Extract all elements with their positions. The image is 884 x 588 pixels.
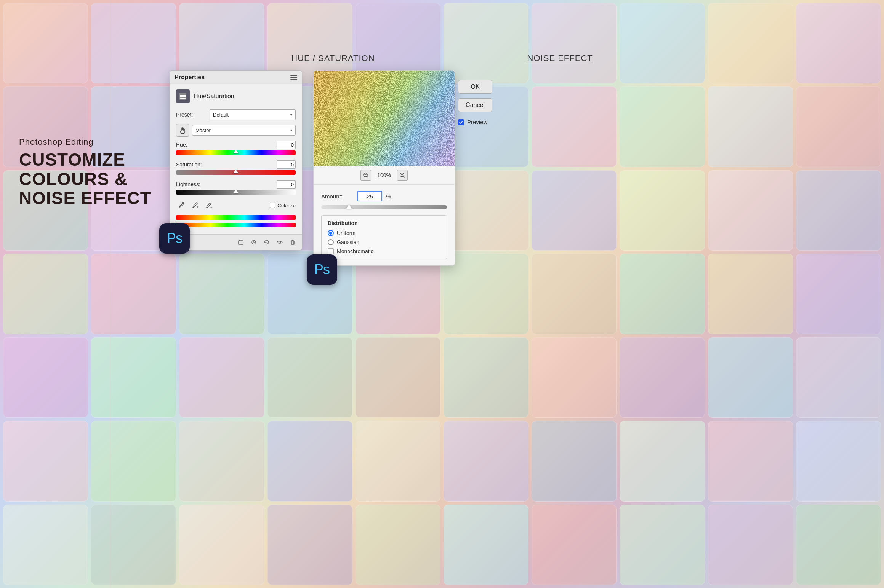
tile <box>796 170 881 251</box>
ps-badge-text-left: Ps <box>167 230 182 246</box>
hue-value[interactable]: 0 <box>277 141 296 149</box>
panel-menu-button[interactable] <box>290 75 297 80</box>
panel-header-label: Hue/Saturation <box>194 93 234 100</box>
tile <box>620 337 705 418</box>
zoom-out-button[interactable] <box>360 170 371 181</box>
ok-button[interactable]: OK <box>458 80 492 94</box>
saturation-track[interactable] <box>176 170 296 175</box>
noise-preview-image <box>314 71 455 166</box>
photoshop-badge-right: Ps <box>307 254 337 285</box>
tile <box>532 421 617 501</box>
amount-row: Amount: 25 % <box>321 191 447 201</box>
channel-value: Master <box>195 128 211 133</box>
reset-icon[interactable] <box>262 238 271 247</box>
tile <box>708 3 793 83</box>
gaussian-radio[interactable] <box>328 239 334 245</box>
tile <box>3 254 88 334</box>
preview-row: Preview <box>458 119 492 125</box>
eye-visibility-icon[interactable] <box>275 238 284 247</box>
distribution-section: Distribution Uniform Gaussian Monochroma… <box>321 215 447 259</box>
tile <box>620 421 705 501</box>
main-title: CUSTOMIZE COLOURS & NOISE EFFECT <box>19 150 151 208</box>
eyedropper-row: + − Colorize <box>176 200 296 211</box>
tile <box>356 337 440 418</box>
monochromatic-checkbox[interactable] <box>328 248 334 254</box>
eyedropper-button[interactable] <box>176 200 187 211</box>
tile <box>620 3 705 83</box>
hue-header: Hue: 0 <box>176 141 296 149</box>
amount-input[interactable]: 25 <box>357 191 382 201</box>
channel-select[interactable]: Master ▾ <box>192 125 296 136</box>
tile <box>3 421 88 501</box>
saturation-thumb[interactable] <box>233 169 239 176</box>
uniform-radio-row: Uniform <box>328 230 440 236</box>
output-color-bar <box>176 223 296 227</box>
tile <box>267 421 352 501</box>
title-line3: NOISE EFFECT <box>19 189 151 208</box>
noise-amount-slider[interactable] <box>321 205 447 209</box>
left-text-area: Photoshop Editing CUSTOMIZE COLOURS & NO… <box>19 137 151 208</box>
noise-canvas <box>314 71 455 166</box>
hand-tool-icon[interactable] <box>176 124 189 137</box>
gaussian-radio-row: Gaussian <box>328 239 440 245</box>
eyedropper-add-button[interactable]: + <box>190 200 200 211</box>
hue-track[interactable] <box>176 150 296 155</box>
panel-body: Hue/Saturation Preset: Default ▾ Master … <box>170 84 302 234</box>
uniform-label: Uniform <box>337 230 356 236</box>
noise-slider-thumb[interactable] <box>346 204 352 210</box>
tile <box>3 3 88 83</box>
hue-thumb[interactable] <box>233 150 239 156</box>
adjustment-layer-icon <box>176 89 190 103</box>
svg-rect-2 <box>180 96 186 97</box>
tile <box>796 86 881 167</box>
uniform-radio[interactable] <box>328 230 334 236</box>
tile <box>444 337 528 418</box>
tile <box>708 337 793 418</box>
tile <box>444 421 528 501</box>
preset-label: Preset: <box>176 112 207 118</box>
tile <box>532 337 617 418</box>
zoom-in-button[interactable] <box>397 170 408 181</box>
tile <box>620 170 705 251</box>
tile <box>620 505 705 585</box>
noise-action-buttons: OK Cancel Preview <box>458 80 492 125</box>
colorize-label: Colorize <box>277 203 296 208</box>
photoshop-badge-left: Ps <box>159 223 190 254</box>
tile <box>620 254 705 334</box>
tile <box>532 254 617 334</box>
tile <box>356 421 440 501</box>
chevron-down-icon: ▾ <box>290 113 292 117</box>
eyedropper-subtract-button[interactable]: − <box>203 200 214 211</box>
tile <box>179 254 264 334</box>
amount-unit: % <box>386 193 391 200</box>
svg-rect-3 <box>180 98 186 99</box>
tile <box>708 421 793 501</box>
tile <box>3 337 88 418</box>
saturation-label: Saturation: <box>176 161 202 168</box>
colorize-checkbox[interactable] <box>270 203 275 208</box>
svg-text:−: − <box>210 205 212 209</box>
tile <box>267 337 352 418</box>
tile <box>356 505 440 585</box>
panel-header-row: Hue/Saturation <box>176 89 296 103</box>
lightness-label: Lightness: <box>176 181 200 187</box>
lightness-track[interactable] <box>176 190 296 195</box>
visibility-history-icon[interactable] <box>249 238 258 247</box>
noise-body: Amount: 25 % Distribution Uniform Gaussi… <box>314 185 455 265</box>
preset-select[interactable]: Default ▾ <box>210 109 296 120</box>
colorize-row: Colorize <box>270 203 296 208</box>
tile <box>796 421 881 501</box>
tile <box>532 505 617 585</box>
tile <box>91 421 176 501</box>
top-labels: HUE / SATURATION NOISE EFFECT <box>0 53 884 63</box>
saturation-value[interactable]: 0 <box>277 160 296 169</box>
tile <box>444 505 528 585</box>
delete-icon[interactable] <box>288 238 297 247</box>
tile <box>91 337 176 418</box>
cancel-button[interactable]: Cancel <box>458 98 492 112</box>
lightness-thumb[interactable] <box>233 189 239 195</box>
preview-checkbox[interactable] <box>458 119 464 125</box>
lightness-value[interactable]: 0 <box>277 180 296 189</box>
saturation-slider-row: Saturation: 0 <box>176 160 296 175</box>
clip-to-layer-icon[interactable] <box>236 238 245 247</box>
